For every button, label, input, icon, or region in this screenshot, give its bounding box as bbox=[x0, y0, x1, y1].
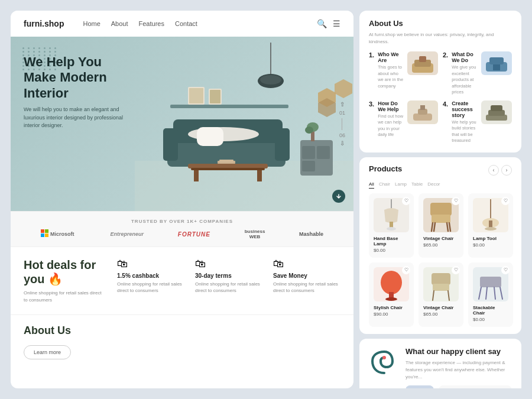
products-prev-button[interactable]: ‹ bbox=[488, 165, 499, 176]
hero-content: We Help You Make Modern Interior We will… bbox=[24, 54, 127, 130]
svg-line-75 bbox=[486, 287, 487, 299]
testimonial-content: What our happy client say The storage ex… bbox=[406, 347, 512, 389]
logo: furni.shop bbox=[24, 19, 64, 28]
user-avatar bbox=[406, 385, 434, 388]
trusted-logos: Microsoft Entrepreneur FORTUNE businessW… bbox=[24, 229, 340, 239]
fav-icon-2[interactable]: ♡ bbox=[452, 197, 460, 205]
svg-rect-33 bbox=[41, 233, 44, 237]
deals-title: Hot deals for you 🔥 bbox=[24, 258, 106, 286]
deal-desc-3: Online shopping for retail sales direct … bbox=[273, 281, 340, 294]
about-item-1: 1. Who We Are This goes to about who we … bbox=[369, 51, 438, 96]
deal-item-2: 🛍 30-day terms Online shopping for retai… bbox=[195, 258, 262, 294]
nav-features[interactable]: Features bbox=[139, 20, 164, 27]
logo-entrepreneur: Entrepreneur bbox=[111, 231, 144, 237]
about-text-4: Create success story We help you build s… bbox=[452, 100, 478, 144]
search-icon[interactable]: 🔍 bbox=[317, 19, 327, 28]
logo-microsoft: Microsoft bbox=[41, 229, 76, 239]
cashback-icon: 🛍 bbox=[117, 258, 184, 270]
products-grid: ♡ Hand Base Lamp $0.00 ♡ bbox=[369, 193, 512, 327]
products-header: Products ‹ › bbox=[369, 164, 512, 177]
products-card: Products ‹ › All Chair Lamp Table Decor … bbox=[359, 157, 521, 334]
trusted-section: TRUSTED BY OVER 1K+ COMPANIES Microsoft … bbox=[11, 211, 353, 246]
svg-rect-31 bbox=[41, 229, 44, 233]
svg-rect-42 bbox=[489, 57, 504, 64]
product-price-5: $65.00 bbox=[423, 312, 459, 317]
product-5[interactable]: ♡ Vintage Chair $65.00 bbox=[419, 262, 463, 327]
about-item-title-4: Create success story bbox=[452, 100, 478, 118]
testimonial-quote: The storage experience — including payme… bbox=[406, 359, 512, 381]
nav-contact[interactable]: Contact bbox=[175, 20, 197, 27]
tab-decor[interactable]: Decor bbox=[427, 181, 440, 189]
fav-icon-4[interactable]: ♡ bbox=[402, 266, 410, 274]
products-tabs: All Chair Lamp Table Decor bbox=[369, 181, 512, 189]
products-next-button[interactable]: › bbox=[501, 165, 512, 176]
about-img-4 bbox=[481, 100, 512, 124]
about-card: About Us At furni.shop we believe in our… bbox=[359, 11, 521, 153]
slide-down-arrow[interactable]: ⇩ bbox=[340, 141, 345, 147]
scroll-down-button[interactable] bbox=[332, 190, 345, 203]
nav-links: Home About Features Contact bbox=[83, 20, 304, 27]
learn-more-button[interactable]: Learn more bbox=[24, 345, 71, 359]
svg-rect-68 bbox=[432, 273, 450, 285]
slide-up-arrow[interactable]: ⇧ bbox=[340, 102, 345, 108]
svg-rect-21 bbox=[191, 168, 265, 170]
product-name-2: Vintage Chair bbox=[423, 236, 459, 241]
fav-icon-1[interactable]: ♡ bbox=[402, 197, 410, 205]
nav-about[interactable]: About bbox=[111, 20, 128, 27]
product-4[interactable]: ♡ Stylish Chair $90.00 bbox=[369, 262, 414, 327]
svg-rect-5 bbox=[210, 90, 220, 103]
svg-point-54 bbox=[387, 227, 396, 231]
user-info-block: furni.shop The storage made easy — Inclu… bbox=[439, 385, 512, 388]
svg-rect-30 bbox=[219, 160, 233, 163]
nav-home[interactable]: Home bbox=[83, 20, 100, 27]
svg-rect-3 bbox=[189, 88, 203, 103]
svg-rect-32 bbox=[45, 229, 48, 233]
tab-all[interactable]: All bbox=[369, 181, 374, 189]
about-item-3: 3. How Do We Help Find out how we can he… bbox=[369, 100, 438, 144]
left-panel: furni.shop Home About Features Contact 🔍… bbox=[11, 11, 353, 388]
products-title: Products bbox=[369, 164, 402, 173]
testimonial-user: furni.shop The storage made easy — Inclu… bbox=[406, 385, 512, 388]
svg-rect-69 bbox=[433, 284, 449, 291]
svg-rect-15 bbox=[275, 128, 290, 161]
deals-title-area: Hot deals for you 🔥 Online shopping for … bbox=[24, 258, 106, 304]
hero-subtitle: We will help you to make an elegant and … bbox=[24, 106, 127, 130]
tab-lamp[interactable]: Lamp bbox=[395, 181, 407, 189]
tab-table[interactable]: Table bbox=[411, 181, 423, 189]
product-name-5: Vintage Chair bbox=[423, 305, 459, 310]
about-card-desc: At furni.shop we believe in our values: … bbox=[369, 31, 512, 46]
svg-rect-72 bbox=[480, 277, 501, 287]
svg-line-70 bbox=[433, 291, 434, 300]
svg-rect-34 bbox=[45, 233, 48, 237]
fav-icon-6[interactable]: ♡ bbox=[501, 266, 510, 274]
svg-rect-43 bbox=[493, 64, 500, 70]
about-title-left: About Us bbox=[24, 325, 340, 337]
about-num-3: 3. bbox=[369, 100, 374, 108]
product-2[interactable]: ♡ Vintage Chair $65.00 bbox=[419, 193, 463, 258]
right-panel: About Us At furni.shop we believe in our… bbox=[359, 11, 521, 388]
hero-section: for(let i=0;i<49;i++) document.write('<d… bbox=[11, 37, 353, 211]
fav-icon-5[interactable]: ♡ bbox=[452, 266, 460, 274]
product-6[interactable]: ♡ Stackable Chair $0.00 bbox=[468, 262, 513, 327]
product-price-3: $0.00 bbox=[473, 242, 508, 248]
fav-icon-3[interactable]: ♡ bbox=[501, 197, 510, 205]
about-item-4: 4. Create success story We help you buil… bbox=[443, 100, 512, 144]
about-num-4: 4. bbox=[443, 100, 448, 108]
hero-image bbox=[135, 37, 353, 211]
tab-chair[interactable]: Chair bbox=[379, 181, 390, 189]
svg-line-60 bbox=[447, 223, 448, 231]
menu-icon[interactable]: ☰ bbox=[333, 19, 340, 28]
trusted-label: TRUSTED BY OVER 1K+ COMPANIES bbox=[24, 219, 340, 224]
logo-business-web: businessWEB bbox=[245, 229, 265, 239]
svg-rect-78 bbox=[406, 385, 434, 388]
product-3[interactable]: ♡ Lamp Tool $0.00 bbox=[468, 193, 513, 258]
product-name-3: Lamp Tool bbox=[473, 236, 508, 241]
about-item-desc-3: Find out how we can help you in your dai… bbox=[378, 113, 404, 138]
deal-name-3: Save Money bbox=[273, 273, 340, 279]
about-item-desc-4: We help you build stories that will be t… bbox=[452, 119, 478, 144]
svg-point-8 bbox=[260, 75, 281, 85]
products-nav: ‹ › bbox=[488, 165, 512, 176]
product-1[interactable]: ♡ Hand Base Lamp $0.00 bbox=[369, 193, 414, 258]
deal-item-3: 🛍 Save Money Online shopping for retail … bbox=[273, 258, 340, 294]
save-icon: 🛍 bbox=[273, 258, 340, 270]
